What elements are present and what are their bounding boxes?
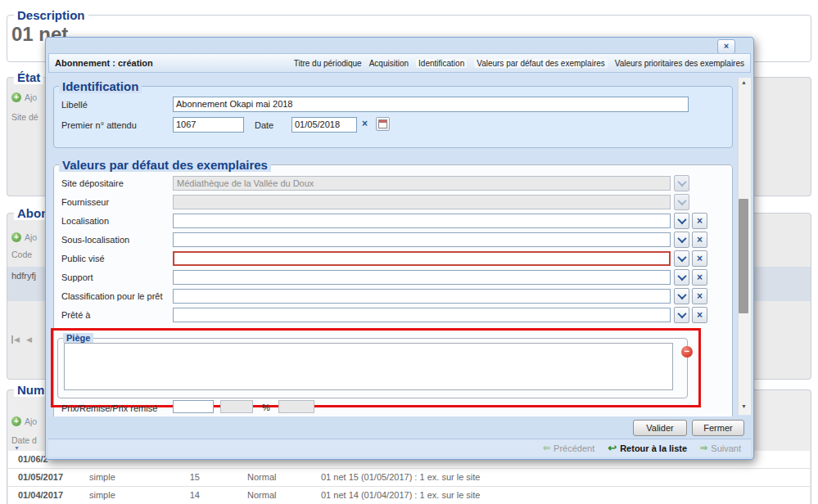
table-row[interactable]: 01/04/2017 simple 14 Normal 01 net 14 (0…: [8, 487, 810, 504]
sort-desc-icon[interactable]: ▼: [14, 445, 20, 451]
support-label: Support: [61, 272, 93, 282]
piege-textarea[interactable]: [64, 343, 673, 390]
localisation-dropdown-button[interactable]: [674, 213, 689, 229]
valeurs-defaut-legend: Valeurs par défaut des exemplaires: [59, 158, 271, 172]
libelle-input[interactable]: Abonnement Okapi mai 2018: [173, 97, 689, 112]
chevron-down-icon: [677, 290, 686, 299]
classification-pret-dropdown-button[interactable]: [674, 288, 689, 304]
clear-icon: ×: [697, 216, 703, 226]
abonnements-add-label: Ajo: [25, 232, 37, 242]
cell-numero: 15: [180, 469, 200, 486]
sous-localisation-combo[interactable]: [173, 232, 671, 247]
cell-description: 01 net 15 (01/05/2017) : 1 ex. sur le si…: [321, 469, 480, 486]
nav-identification[interactable]: Identification: [416, 59, 467, 68]
etat-legend: État: [14, 70, 43, 84]
scroll-down-icon[interactable]: ▼: [738, 403, 750, 409]
prete-a-combo[interactable]: [173, 308, 671, 322]
table-row[interactable]: 01/05/2017 simple 15 Normal 01 net 15 (0…: [8, 469, 810, 487]
cell-date: 01/04/2017: [18, 487, 63, 504]
dialog-section-nav: Titre du périodique Acquisition Identifi…: [294, 59, 744, 68]
date-column-header[interactable]: Date d: [11, 435, 37, 445]
premier-numero-label: Premier n° attendu: [61, 120, 137, 130]
libelle-label: Libellé: [61, 100, 88, 110]
nav-valeurs-prioritaires[interactable]: Valeurs prioritaires des exemplaires: [615, 59, 744, 68]
precedent-link: ⇐ Précédent: [543, 443, 594, 453]
fournisseur-label: Fournisseur: [61, 197, 109, 207]
localisation-clear-button[interactable]: ×: [692, 213, 707, 229]
prete-a-label: Prêté à: [61, 310, 90, 320]
code-column-header[interactable]: Code: [11, 250, 32, 259]
scrollbar-thumb[interactable]: [739, 199, 748, 313]
fermer-button[interactable]: Fermer: [692, 420, 744, 436]
remove-icon[interactable]: −: [681, 346, 693, 358]
add-icon: +: [11, 416, 21, 426]
suivant-link: ⇒ Suivant: [700, 443, 741, 453]
prix-input[interactable]: [173, 400, 214, 413]
chevron-down-icon: [677, 234, 686, 243]
identification-fieldset: Identification: [53, 79, 733, 148]
sous-localisation-label: Sous-localisation: [61, 235, 129, 245]
calendar-button[interactable]: [376, 117, 390, 131]
cell-statut: Normal: [247, 487, 276, 504]
calendar-icon: [378, 119, 387, 128]
prete-a-dropdown-button[interactable]: [674, 307, 689, 323]
public-vise-combo[interactable]: [173, 251, 671, 266]
return-arrow-icon: ↩: [608, 442, 617, 454]
support-combo[interactable]: [173, 270, 671, 285]
valider-button[interactable]: Valider: [633, 420, 687, 436]
chevron-down-icon: [677, 253, 686, 262]
pager-first-icon[interactable]: ◀: [11, 335, 20, 344]
classification-pret-clear-button[interactable]: ×: [692, 288, 707, 304]
localisation-label: Localisation: [61, 216, 109, 226]
etat-add-label: Ajo: [25, 92, 37, 102]
dialog-titlebar: Abonnement : création Titre du périodiqu…: [48, 53, 751, 73]
chevron-down-icon: [677, 272, 686, 281]
support-dropdown-button[interactable]: [674, 269, 689, 286]
dialog-footer: ⇐ Précédent ↩ Retour à la liste ⇒ Suivan…: [48, 439, 751, 457]
nav-valeurs-par-defaut[interactable]: Valeurs par défaut des exemplaires: [474, 59, 608, 68]
abonnements-add-button[interactable]: + Ajo: [11, 232, 37, 242]
nav-acquisition[interactable]: Acquisition: [369, 59, 409, 68]
classification-pret-combo[interactable]: [173, 289, 671, 304]
date-input[interactable]: 01/05/2018: [291, 117, 357, 133]
screen: Description 01 net État + Ajo Site dé Ab…: [0, 0, 818, 504]
etat-add-button[interactable]: + Ajo: [11, 92, 37, 102]
retour-liste-link[interactable]: ↩ Retour à la liste: [608, 442, 687, 454]
arrow-right-icon: ⇒: [700, 443, 707, 453]
retour-liste-label: Retour à la liste: [620, 443, 687, 453]
public-vise-label: Public visé: [61, 254, 105, 263]
clear-icon: ×: [697, 235, 703, 245]
premier-numero-input[interactable]: 1067: [173, 117, 244, 133]
support-clear-button[interactable]: ×: [692, 269, 707, 286]
sous-localisation-dropdown-button[interactable]: [674, 232, 689, 248]
pager-prev-icon[interactable]: ◀: [26, 335, 32, 344]
numeros-add-button[interactable]: + Ajo: [11, 416, 37, 426]
nav-titre-du-periodique[interactable]: Titre du périodique: [294, 59, 362, 68]
scroll-up-icon[interactable]: ▲: [738, 79, 750, 85]
prix-remise-input: [278, 400, 314, 413]
fournisseur-combo: [173, 195, 671, 209]
prete-a-clear-button[interactable]: ×: [692, 307, 707, 323]
identification-legend: Identification: [59, 79, 142, 93]
sous-localisation-clear-button[interactable]: ×: [692, 232, 707, 248]
cell-date: 01/06/2: [18, 451, 48, 468]
chevron-down-icon: [677, 215, 686, 224]
close-icon[interactable]: ×: [717, 39, 735, 54]
cell-description: 01 net 14 (01/04/2017) : 1 ex. sur le si…: [321, 487, 480, 504]
site-depositaire-dropdown-button: [674, 175, 689, 191]
description-legend: Description: [14, 8, 88, 22]
public-vise-dropdown-button[interactable]: [674, 250, 689, 267]
dialog-title: Abonnement : création: [55, 58, 153, 68]
percent-label: %: [262, 403, 270, 412]
numeros-legend: Num: [14, 383, 47, 397]
clear-icon: ×: [697, 310, 703, 320]
remise-input: [220, 400, 253, 413]
date-clear-icon[interactable]: ×: [362, 119, 368, 128]
localisation-combo[interactable]: [173, 214, 671, 228]
fournisseur-dropdown-button: [674, 194, 689, 210]
selected-abonnement-code: hdfryfj: [11, 271, 36, 281]
piege-legend: Piège: [63, 333, 93, 343]
dialog-scroll-content: Identification Libellé Abonnement Okapi …: [48, 73, 751, 416]
site-depositaire-label: Site dépositaire: [61, 178, 124, 188]
public-vise-clear-button[interactable]: ×: [692, 250, 707, 267]
